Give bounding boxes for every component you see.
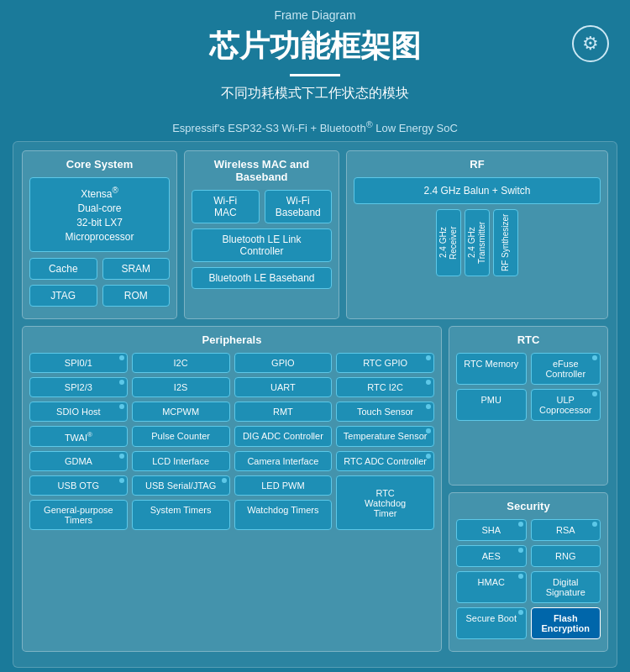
digital-sig-button[interactable]: Digital Signature xyxy=(531,571,601,603)
rtc-title: RTC xyxy=(456,333,601,346)
bottom-note: 不同功耗模式下外于工作状态的模块： xyxy=(0,668,630,672)
usb-otg-button[interactable]: USB OTG xyxy=(29,475,128,496)
sdio-host-button[interactable]: SDIO Host xyxy=(29,402,128,422)
diagram-container: Core System Xtensa®Dual-core32-bit LX7Mi… xyxy=(13,141,617,667)
top-row: Core System Xtensa®Dual-core32-bit LX7Mi… xyxy=(22,150,608,318)
core-system-section: Core System Xtensa®Dual-core32-bit LX7Mi… xyxy=(22,150,177,318)
security-section: Security SHA RSA AES RNG HMAC Digital Si… xyxy=(449,492,608,652)
balun-block: 2.4 GHz Balun + Switch xyxy=(354,177,601,204)
chip-label: Espressif's ESP32-S3 Wi-Fi + Bluetooth® … xyxy=(0,119,630,134)
pulse-counter-button[interactable]: Pulse Counter xyxy=(132,426,230,448)
sys-timers-button[interactable]: System Timers xyxy=(132,500,230,530)
rf-receiver: 2.4 GHz Receiver xyxy=(436,209,461,276)
i2c-button[interactable]: I2C xyxy=(132,353,230,373)
rtc-section: RTC RTC Memory eFuse Controller PMU ULP … xyxy=(449,326,608,486)
rf-transmitter: 2.4 GHz Transmitter xyxy=(465,209,490,276)
gp-timers-button[interactable]: General-purpose Timers xyxy=(29,500,128,530)
i2s-button[interactable]: I2S xyxy=(132,377,230,397)
rtc-i2c-button[interactable]: RTC I2C xyxy=(336,377,434,397)
rom-button[interactable]: ROM xyxy=(102,285,171,307)
jtag-rom-row: JTAG ROM xyxy=(29,285,170,307)
usb-serial-button[interactable]: USB Serial/JTAG xyxy=(132,475,230,496)
led-pwm-button[interactable]: LED PWM xyxy=(234,475,333,496)
bt-link-button[interactable]: Bluetooth LE Link Controller xyxy=(192,228,332,262)
touch-sensor-button[interactable]: Touch Sensor xyxy=(336,402,434,422)
rng-button[interactable]: RNG xyxy=(531,545,601,567)
core-system-title: Core System xyxy=(29,158,170,171)
sram-button[interactable]: SRAM xyxy=(102,258,171,280)
efuse-button[interactable]: eFuse Controller xyxy=(531,353,601,385)
peripherals-section: Peripherals SPI0/1 I2C GPIO RTC GPIO SPI… xyxy=(22,326,442,652)
title-divider xyxy=(290,74,340,76)
jtag-button[interactable]: JTAG xyxy=(29,285,97,307)
watchdog-timers-button[interactable]: Watchdog Timers xyxy=(234,500,333,530)
wifi-row: Wi-Fi MAC Wi-Fi Baseband xyxy=(192,190,332,223)
temp-sensor-button[interactable]: Temperature Sensor xyxy=(336,426,434,448)
sha-button[interactable]: SHA xyxy=(456,519,527,541)
secure-boot-button[interactable]: Secure Boot xyxy=(456,607,527,639)
bt-link-row: Bluetooth LE Link Controller xyxy=(192,228,332,262)
dig-adc-button[interactable]: DIG ADC Controller xyxy=(234,426,333,448)
rtc-watchdog-button[interactable]: RTCWatchdogTimer xyxy=(336,475,434,530)
wireless-section: Wireless MAC andBaseband Wi-Fi MAC Wi-Fi… xyxy=(184,150,339,318)
flash-encryption-button[interactable]: Flash Encryption xyxy=(531,607,601,639)
gpio-button[interactable]: GPIO xyxy=(234,353,333,373)
security-grid: SHA RSA AES RNG HMAC Digital Signature S… xyxy=(456,519,601,639)
main-title: 芯片功能框架图 xyxy=(17,26,613,67)
hmac-button[interactable]: HMAC xyxy=(456,571,527,603)
pmu-button[interactable]: PMU xyxy=(456,389,527,421)
wifi-mac-button[interactable]: Wi-Fi MAC xyxy=(192,190,260,223)
rf-title: RF xyxy=(354,158,601,171)
rf-synthesizer: RF Synthesizer xyxy=(493,209,518,276)
top-label: Frame Diagram xyxy=(17,8,613,22)
peripherals-grid: SPI0/1 I2C GPIO RTC GPIO SPI2/3 I2S UART… xyxy=(29,353,434,531)
subtitle: 不同功耗模式下工作状态的模块 xyxy=(17,85,613,102)
ulp-button[interactable]: ULP Coprocessor xyxy=(531,389,601,421)
cache-sram-row: Cache SRAM xyxy=(29,258,170,280)
spi23-button[interactable]: SPI2/3 xyxy=(29,377,128,397)
peripherals-title: Peripherals xyxy=(29,333,434,346)
cache-button[interactable]: Cache xyxy=(29,258,97,280)
aes-button[interactable]: AES xyxy=(456,545,527,567)
rtc-adc-button[interactable]: RTC ADC Controller xyxy=(336,451,434,471)
rtc-memory-button[interactable]: RTC Memory xyxy=(456,353,527,385)
uart-button[interactable]: UART xyxy=(234,377,333,397)
bt-baseband-button[interactable]: Bluetooth LE Baseband xyxy=(192,267,332,289)
wireless-title: Wireless MAC andBaseband xyxy=(192,158,332,183)
twai-button[interactable]: TWAI® xyxy=(29,426,128,448)
settings-button[interactable]: ⚙ xyxy=(572,25,609,62)
gdma-button[interactable]: GDMA xyxy=(29,451,128,471)
mcpwm-button[interactable]: MCPWM xyxy=(132,402,230,422)
camera-button[interactable]: Camera Interface xyxy=(234,451,333,471)
bt-base-row: Bluetooth LE Baseband xyxy=(192,267,332,289)
bottom-row: Peripherals SPI0/1 I2C GPIO RTC GPIO SPI… xyxy=(22,326,608,652)
right-column: RTC RTC Memory eFuse Controller PMU ULP … xyxy=(449,326,608,652)
security-title: Security xyxy=(456,500,601,512)
rf-columns: 2.4 GHz Receiver 2.4 GHz Transmitter RF … xyxy=(354,209,601,276)
rsa-button[interactable]: RSA xyxy=(531,519,601,541)
processor-block: Xtensa®Dual-core32-bit LX7Microprocessor xyxy=(29,177,170,251)
header-section: Frame Diagram 芯片功能框架图 不同功耗模式下工作状态的模块 ⚙ xyxy=(0,0,630,119)
spi01-button[interactable]: SPI0/1 xyxy=(29,353,128,373)
rtc-grid: RTC Memory eFuse Controller PMU ULP Copr… xyxy=(456,353,601,421)
rf-section: RF 2.4 GHz Balun + Switch 2.4 GHz Receiv… xyxy=(346,150,608,318)
lcd-button[interactable]: LCD Interface xyxy=(132,451,230,471)
rmt-button[interactable]: RMT xyxy=(234,402,333,422)
wifi-baseband-button[interactable]: Wi-Fi Baseband xyxy=(265,190,333,223)
rtc-gpio-button[interactable]: RTC GPIO xyxy=(336,353,434,373)
